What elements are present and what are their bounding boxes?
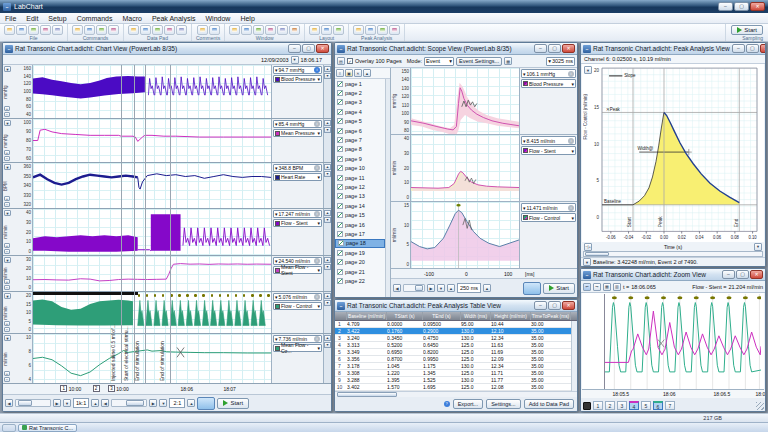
zoom-minimize-button[interactable]: – [722,270,735,279]
channel-scrollbar[interactable]: ▲▼ [323,334,331,383]
channel-scrollbar[interactable]: ▲▼ [323,65,331,118]
channel-name-select[interactable]: Heart Rate▾ [273,173,322,181]
scope-start-button[interactable]: Start [543,283,575,294]
channel-menu-icon[interactable]: ▼ [4,293,11,299]
channel-value-select[interactable]: ▾17.247 ml/mini [273,210,322,218]
scope-view-titlebar[interactable]: ~ Rat Transonic Chart.adicht: Scope View… [335,43,577,55]
select-icon[interactable] [84,25,95,35]
scale-minus-icon[interactable]: − [4,202,10,207]
scale-minus-icon[interactable]: − [4,377,10,382]
channel-7-plot[interactable] [33,334,271,383]
chart-close-button[interactable]: ✕ [316,44,329,53]
scroll-up-icon[interactable]: ▲ [324,293,331,299]
scale-minus-icon[interactable]: − [4,249,10,254]
channel-info-icon[interactable]: i [314,121,320,127]
page-item[interactable]: page 12 [335,182,385,191]
channel-1-plot[interactable] [33,65,271,118]
xy-view-icon[interactable] [277,25,288,35]
datapad-select-icon[interactable] [164,25,175,35]
zoom-back-icon[interactable]: ↩ [583,283,591,291]
zoom-chart-icon[interactable]: ▦ [603,283,611,291]
channel-menu-icon[interactable]: ▼ [4,120,11,126]
scale-plus-icon[interactable]: + [4,150,10,155]
scale-plus-icon[interactable]: + [4,321,10,326]
help-icon[interactable]: ? [444,401,450,407]
table-hscrollbar[interactable] [335,391,577,397]
page-item[interactable]: page 18 [335,239,385,248]
scope-plot-2[interactable] [411,135,519,201]
menu-peak-analysis[interactable]: Peak Analysis [147,15,201,22]
scroll-down-icon[interactable]: ▼ [324,171,331,177]
channel-scrollbar[interactable]: ▲▼ [323,119,331,162]
page-item[interactable]: page 15 [335,210,385,219]
channel-name-select[interactable]: Mean Flow - Stent▾ [273,266,322,274]
zoom-window-icon[interactable] [241,25,252,35]
scale-minus-icon[interactable]: − [4,156,10,161]
table-row[interactable]: 33.2400.34500.4750130.012.3435.00 [335,335,577,342]
channel-scrollbar[interactable]: ▲▼ [323,292,331,333]
scope-view-window[interactable]: ~ Rat Transonic Chart.adicht: Scope View… [334,42,578,298]
channel-name-select[interactable]: Flow - Control▾ [273,302,322,310]
pages-list-icon[interactable]: ≡ [336,69,344,77]
peak-table-window[interactable]: ~ Rat Transonic Chart.adicht: Peak Analy… [334,299,578,412]
column-header[interactable]: TimeToPeak (ms) [531,312,571,320]
zoom-view-titlebar[interactable]: ~ Rat Transonic Chart.adicht: Zoom View … [581,269,765,281]
chart-hscrollbar-right[interactable] [111,399,147,407]
page-item[interactable]: page 17 [335,229,385,238]
page-item[interactable]: page 19 [335,248,385,257]
minimize-button[interactable]: – [718,2,733,11]
layout-cascade-icon[interactable] [333,25,344,35]
export-button[interactable]: Export... [453,399,483,409]
channel-value-select[interactable]: ▾348.8 BPMi [273,164,322,172]
channel-scrollbar[interactable]: ▲▼ [323,163,331,208]
zoom-view-window[interactable]: ~ Rat Transonic Chart.adicht: Zoom View … [580,268,766,412]
channel-info-icon[interactable]: i [314,211,320,217]
channel-menu-icon[interactable]: ▼ [4,66,11,72]
app-titlebar[interactable]: ~ LabChart – ▢ ✕ [0,0,768,13]
scale-plus-icon[interactable]: + [4,106,10,111]
chart-view-window[interactable]: ~ Rat Transonic Chart.adicht: Chart View… [2,42,332,412]
page-item[interactable]: page 6 [335,126,385,135]
compress2-up-icon[interactable]: ▲ [187,399,195,407]
table-row[interactable]: 83.3081.2201.345125.011.7135.00 [335,370,577,377]
table-row[interactable]: 23.4220.17600.2900130.012.1035.00 [335,328,577,335]
scope-compress-menu-icon[interactable]: ▼ [437,284,445,292]
chart-hscrollbar-left[interactable] [15,399,51,407]
scope-name-select[interactable]: Flow - Control▾ [521,213,576,222]
peak-maximize-button[interactable]: ▢ [746,44,759,53]
pages-scrollbar[interactable] [385,79,390,297]
menu-macro[interactable]: Macro [117,15,146,22]
pages-star-icon[interactable]: ▣ [345,69,353,77]
table-view-titlebar[interactable]: ~ Rat Transonic Chart.adicht: Peak Analy… [335,300,577,312]
page-item[interactable]: page 22 [335,276,385,285]
scroll-down-icon[interactable]: ▼ [324,264,331,270]
compression-ratio-right[interactable]: 2:1 [169,398,185,408]
peak-minimize-button[interactable]: – [732,44,745,53]
menu-file[interactable]: File [0,15,21,22]
channel-name-select[interactable]: Mean Pressure▾ [273,129,322,137]
scale-minus-icon[interactable]: − [4,112,10,117]
scope-info-icon[interactable]: i [568,71,574,77]
menu-help[interactable]: Help [235,15,259,22]
scope-window-icon[interactable] [253,25,264,35]
column-header[interactable]: TStart (s) [387,312,423,320]
settings-button[interactable]: Settings... [486,399,520,409]
scroll-right-icon[interactable]: ▶ [53,399,61,407]
page-item[interactable]: page 20 [335,257,385,266]
channel-scrollbar[interactable]: ▲▼ [323,256,331,291]
channel-toggle-6[interactable]: 6 [653,401,663,410]
page-position[interactable] [403,284,425,292]
channel-toggle-4[interactable]: 4 [629,401,639,410]
scale-minus-icon[interactable]: − [4,327,10,332]
channel-value-select[interactable]: ▾5.076 ml/mini [273,293,322,301]
page-item[interactable]: page 21 [335,267,385,276]
table-row[interactable]: 63.3560.87000.9950125.012.0935.00 [335,356,577,363]
new-icon[interactable] [4,25,15,35]
scope-compress-up-icon[interactable]: ▲ [447,284,455,292]
comment-list-icon[interactable] [209,25,220,35]
show-desktop-icon[interactable] [2,424,16,432]
column-header[interactable]: Baseline (ml/min) [347,312,387,320]
peak-status-menu-icon[interactable]: ▼ [583,258,591,266]
peak-view-icon[interactable] [365,25,376,35]
comment-number-box[interactable]: 3 [108,385,115,392]
